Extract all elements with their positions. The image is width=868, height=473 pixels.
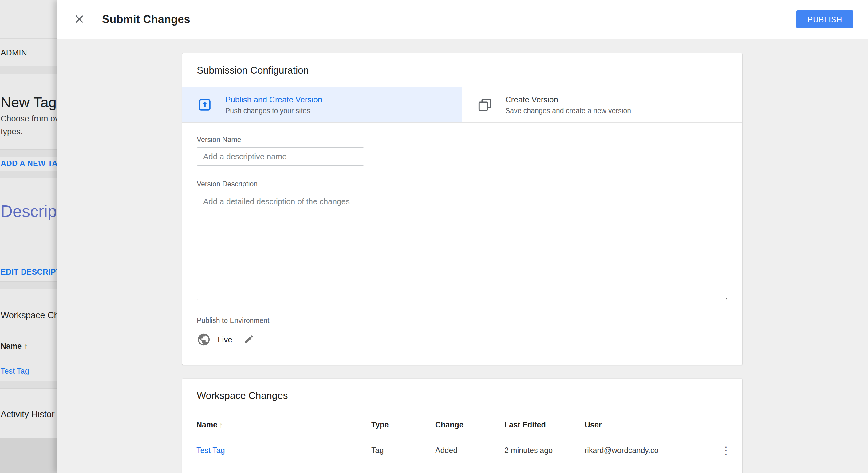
column-header-last-edited: Last Edited <box>504 420 546 429</box>
submission-type-options: Publish and Create Version Push changes … <box>182 87 742 123</box>
sort-ascending-icon: ↑ <box>24 342 28 350</box>
column-header-change: Change <box>435 420 464 429</box>
new-tag-description-line2: types. <box>1 127 23 137</box>
workspace-changes-card: Workspace Changes Name↑ Type Change Last… <box>182 379 742 473</box>
environment-row: Live <box>197 332 742 347</box>
edit-environment-button[interactable] <box>243 333 255 346</box>
row-user: rikard@wordcandy.co <box>585 446 658 454</box>
column-header-user: User <box>585 420 602 429</box>
publish-icon <box>198 98 212 112</box>
new-tag-title: New Tag <box>1 94 57 111</box>
dialog-body: Submission Configuration Publish and Cre… <box>57 39 868 473</box>
row-type: Tag <box>371 446 383 454</box>
card-title-row: Submission Configuration <box>182 53 742 87</box>
submit-changes-dialog: Submit Changes PUBLISH Submission Config… <box>57 0 868 473</box>
row-name-link[interactable]: Test Tag <box>196 446 225 454</box>
submission-configuration-title: Submission Configuration <box>197 65 309 76</box>
close-icon <box>73 12 86 26</box>
section-gap <box>0 282 58 289</box>
option-text: Create Version Save changes and create a… <box>505 95 631 115</box>
environment-name: Live <box>218 335 232 345</box>
version-name-label: Version Name <box>197 136 742 144</box>
publish-button[interactable]: PUBLISH <box>796 10 853 28</box>
test-tag-link[interactable]: Test Tag <box>1 366 29 376</box>
section-gap <box>0 149 58 157</box>
create-version-icon <box>478 98 492 112</box>
section-gap <box>0 65 58 74</box>
card-title-row: Workspace Changes <box>182 379 742 412</box>
divider <box>0 38 58 39</box>
changes-table-header: Name↑ Type Change Last Edited User <box>182 412 742 437</box>
name-column-header[interactable]: Name ↑ <box>1 342 28 351</box>
activity-history-title: Activity Histor <box>1 409 55 419</box>
column-header-type: Type <box>371 420 389 429</box>
option-publish-subtitle: Push changes to your sites <box>225 107 322 115</box>
column-header-name[interactable]: Name↑ <box>196 420 223 429</box>
dialog-title: Submit Changes <box>102 13 190 26</box>
section-gap <box>0 381 58 389</box>
table-row: Test Tag Tag Added 2 minutes ago rikard@… <box>182 437 742 464</box>
row-menu-cell: ⋮ <box>718 443 734 457</box>
row-change: Added <box>435 446 457 454</box>
dialog-header: Submit Changes PUBLISH <box>57 0 868 39</box>
option-text: Publish and Create Version Push changes … <box>225 95 322 115</box>
workspace-changes-title: Workspace Ch <box>1 310 59 321</box>
submission-form: Version Name Version Description Publish… <box>182 136 742 347</box>
workspace-changes-title: Workspace Changes <box>197 390 288 401</box>
name-column-label: Name <box>1 342 22 350</box>
version-description-label: Version Description <box>197 180 742 188</box>
submission-configuration-card: Submission Configuration Publish and Cre… <box>182 53 742 365</box>
pencil-icon <box>244 334 254 345</box>
option-publish-title: Publish and Create Version <box>225 95 322 105</box>
edit-description-link[interactable]: EDIT DESCRIPTI <box>1 268 63 276</box>
globe-icon <box>197 332 211 347</box>
option-create-title: Create Version <box>505 95 631 105</box>
divider <box>0 357 58 357</box>
add-new-tag-link[interactable]: ADD A NEW TAG <box>1 159 64 168</box>
row-last-edited: 2 minutes ago <box>504 446 553 454</box>
overflow-menu-button[interactable]: ⋮ <box>718 443 734 457</box>
background-bottom-block <box>0 438 58 473</box>
version-name-input[interactable] <box>197 147 364 166</box>
description-title: Descripti <box>1 202 65 220</box>
publish-environment-label: Publish to Environment <box>197 317 742 324</box>
column-name-label: Name <box>196 420 217 429</box>
new-tag-description-line1: Choose from ov <box>1 114 59 124</box>
section-gap <box>0 171 58 178</box>
option-publish-and-create-version[interactable]: Publish and Create Version Push changes … <box>182 87 462 122</box>
admin-tab[interactable]: ADMIN <box>1 48 27 58</box>
option-create-version[interactable]: Create Version Save changes and create a… <box>462 87 742 122</box>
version-description-textarea[interactable] <box>197 191 727 300</box>
option-create-subtitle: Save changes and create a new version <box>505 107 631 115</box>
close-button[interactable] <box>72 12 87 27</box>
sort-ascending-icon: ↑ <box>219 420 223 429</box>
